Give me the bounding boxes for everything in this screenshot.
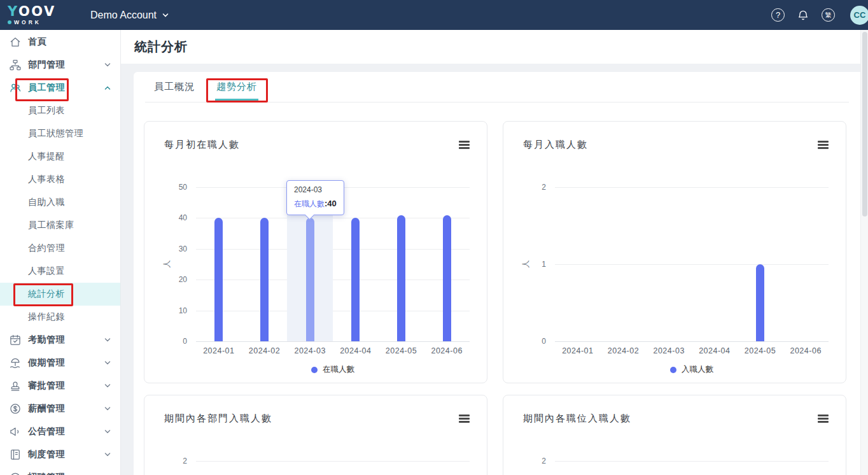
sidebar-item-recruitment-management[interactable]: 招聘管理 [0,466,120,475]
gridline [555,187,829,188]
home-icon [9,36,22,48]
chevron-down-icon [162,11,169,19]
sidebar-item-hr-settings[interactable]: 人事設置 [0,260,120,283]
account-label: Demo Account [90,10,157,21]
scrollbar-thumb[interactable] [862,32,867,216]
y-axis-label: 人 [521,260,531,268]
chevron-down-icon [104,405,111,413]
sidebar-item-label: 首頁 [28,36,46,48]
sidebar-item-label: 自助入職 [28,197,65,208]
sidebar-item-hr-forms[interactable]: 人事表格 [0,168,120,191]
sidebar-item-hr-reminder[interactable]: 人事提醒 [0,145,120,168]
sidebar-item-label: 員工檔案庫 [28,220,74,231]
chart-plot: 2 [196,461,470,475]
sidebar-item-label: 考勤管理 [28,334,65,346]
legend-label: 在職人數 [323,364,354,375]
tooltip-value: :40 [325,199,337,208]
y-tick-label: 2 [542,456,546,466]
bar-2024-03[interactable] [306,218,314,341]
yoov-work-logo[interactable]: YOOV WORK [8,5,62,25]
logo-dot-icon [8,20,11,24]
app-window: YOOV WORK Demo Account ? 繁 CC 首頁部門管理員工管理… [0,0,868,475]
sidebar-item-employee-file-library[interactable]: 員工檔案庫 [0,214,120,237]
bar-2024-06[interactable] [443,215,451,341]
org-chart-icon [9,59,22,71]
notifications-bell-icon[interactable] [797,9,809,22]
sidebar-item-label: 假期管理 [28,357,65,369]
sidebar-item-announcement-management[interactable]: 公告管理 [0,420,120,443]
sidebar-item-statistics-analysis[interactable]: 統計分析 [0,283,120,306]
legend-dot-icon [311,367,318,373]
chart-title: 期間內各部門入職人數 [164,413,272,425]
chart-card-monthly-active-headcount: 每月初在職人數 01020304050人2024-012024-022024-0… [144,121,487,383]
chevron-up-icon [104,84,111,92]
sidebar-menu: 首頁部門管理員工管理員工列表員工狀態管理人事提醒人事表格自助入職員工檔案庫合約管… [0,31,120,475]
chart-legend[interactable]: 在職人數 [196,364,470,375]
x-tick-label: 2024-05 [738,346,783,355]
bar-2024-04[interactable] [351,218,360,341]
sidebar-item-home[interactable]: 首頁 [0,31,120,53]
sidebar-item-employee-list[interactable]: 員工列表 [0,99,120,122]
sidebar-item-label: 人事表格 [28,174,65,185]
tab-bar: 員工概況 趨勢分析 [153,72,258,101]
sidebar-item-label: 統計分析 [28,288,65,300]
y-axis-label: 人 [162,260,172,268]
sidebar-item-attendance-management[interactable]: 考勤管理 [0,329,120,351]
gridline [196,280,470,280]
bar-2024-01[interactable] [214,218,223,341]
sidebar-item-label: 薪酬管理 [28,403,65,415]
sidebar-item-operation-log[interactable]: 操作紀錄 [0,306,120,329]
y-tick-label: 0 [183,336,187,346]
bar-2024-05[interactable] [756,264,764,341]
sidebar-item-contract-management[interactable]: 合約管理 [0,237,120,260]
scrollbar[interactable] [860,30,868,475]
chart-menu-icon[interactable] [816,139,830,150]
sidebar-item-policy-management[interactable]: 制度管理 [0,443,120,466]
help-icon[interactable]: ? [771,8,785,22]
chart-menu-icon[interactable] [458,413,471,424]
content-panel: 員工概況 趨勢分析 每月初在職人數 01020304050人2024-01202… [134,72,860,475]
x-tick-label: 2024-03 [287,346,333,355]
language-icon[interactable]: 繁 [822,8,835,22]
chart-legend[interactable]: 入職人數 [555,364,829,375]
chevron-down-icon [104,61,111,69]
chart-title: 每月初在職人數 [164,139,240,151]
gridline [196,461,470,462]
tab-trend-analysis[interactable]: 趨勢分析 [215,72,258,101]
account-switcher[interactable]: Demo Account [90,10,169,21]
stamp-icon [9,379,22,392]
avatar[interactable]: CC [850,6,868,25]
sidebar-item-label: 公告管理 [28,426,65,437]
chevron-down-icon [104,336,111,344]
sidebar-item-label: 審批管理 [28,380,65,392]
sidebar-item-self-onboarding[interactable]: 自助入職 [0,191,120,214]
x-tick-label: 2024-04 [333,346,379,355]
y-tick-label: 2 [542,182,546,192]
page-header: 統計分析 [121,30,860,64]
bar-2024-02[interactable] [260,218,269,341]
megaphone-icon [9,425,22,438]
tab-employee-overview[interactable]: 員工概況 [153,72,196,101]
chart-menu-icon[interactable] [458,139,471,150]
sidebar-item-department-management[interactable]: 部門管理 [0,53,120,76]
gridline [555,264,829,265]
sidebar-item-approval-management[interactable]: 審批管理 [0,374,120,397]
chart-menu-icon[interactable] [816,413,830,424]
sidebar-item-label: 制度管理 [28,449,65,460]
x-tick-label: 2024-05 [379,346,424,355]
sidebar-item-employee-management[interactable]: 員工管理 [0,76,120,99]
topbar-actions: ? 繁 CC [771,6,868,25]
chart-plot: 012人2024-012024-022024-032024-042024-052… [555,187,829,341]
bar-2024-05[interactable] [397,215,405,341]
sidebar-item-leave-management[interactable]: 假期管理 [0,351,120,374]
sidebar-item-employee-status-management[interactable]: 員工狀態管理 [0,122,120,145]
gridline [196,311,470,311]
sidebar-item-payroll-management[interactable]: 薪酬管理 [0,397,120,420]
gridline [555,341,829,342]
x-tick-label: 2024-03 [646,346,692,355]
tab-divider [145,102,849,103]
chevron-down-icon [104,359,111,367]
chart-plot: 01020304050人2024-012024-022024-032024-04… [196,187,470,341]
chart-card-position-hires: 期間內各職位入職人數 2 [503,395,846,475]
x-tick-label: 2024-01 [555,346,601,355]
